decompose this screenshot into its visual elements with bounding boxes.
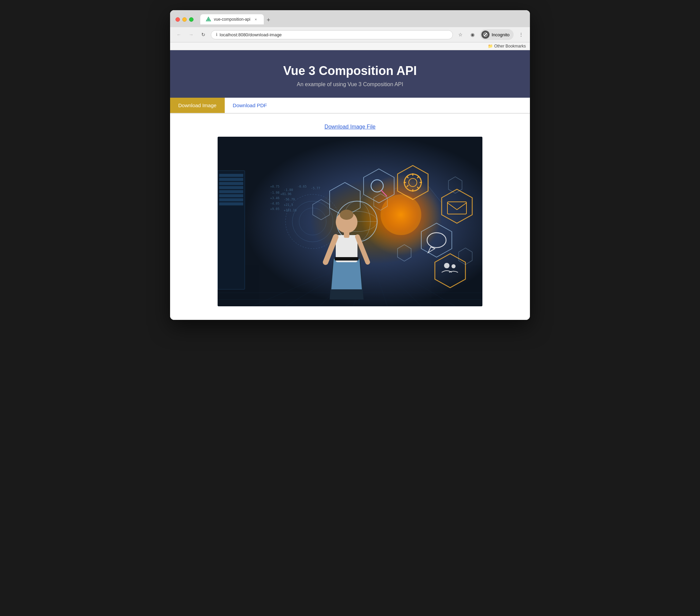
folder-icon: 📁 xyxy=(488,44,493,49)
browser-titlebar: vue-composition-api × + xyxy=(170,10,530,27)
back-button[interactable]: ← xyxy=(174,30,184,39)
address-bar[interactable]: ℹ localhost:8080/download-image xyxy=(211,30,453,39)
svg-text:+21.3: +21.3 xyxy=(284,203,293,207)
svg-text:+81.96: +81.96 xyxy=(280,192,292,196)
download-image-link[interactable]: Download Image File xyxy=(190,124,510,130)
svg-point-47 xyxy=(451,264,455,268)
tab-download-pdf[interactable]: Download PDF xyxy=(225,98,275,113)
incognito-label: Incognito xyxy=(491,32,510,37)
other-bookmarks[interactable]: 📁 Other Bookmarks xyxy=(488,44,526,49)
svg-rect-14 xyxy=(219,174,243,177)
svg-rect-17 xyxy=(219,186,243,189)
svg-rect-15 xyxy=(219,178,243,181)
svg-rect-16 xyxy=(219,182,243,185)
reload-button[interactable]: ↻ xyxy=(199,30,208,39)
svg-rect-20 xyxy=(219,198,243,201)
close-button[interactable] xyxy=(175,17,180,22)
svg-text:+9.05: +9.05 xyxy=(270,207,279,211)
svg-text:-1.98: -1.98 xyxy=(270,191,279,194)
tab-favicon xyxy=(206,17,211,22)
page-subtitle: An example of using Vue 3 Composition AP… xyxy=(177,81,523,88)
svg-text:+0.75: +0.75 xyxy=(270,185,279,188)
tab-title: vue-composition-api xyxy=(214,17,250,22)
bookmarks-label: Other Bookmarks xyxy=(494,44,526,49)
page-content: Vue 3 Composition API An example of usin… xyxy=(170,50,530,320)
svg-text:-5.77: -5.77 xyxy=(311,187,320,190)
minimize-button[interactable] xyxy=(182,17,187,22)
svg-rect-18 xyxy=(219,190,243,193)
svg-rect-79 xyxy=(335,257,359,260)
svg-point-46 xyxy=(444,263,449,268)
bookmark-button[interactable]: ☆ xyxy=(455,30,465,39)
tab-close-icon[interactable]: × xyxy=(253,17,258,22)
menu-button[interactable]: ⋮ xyxy=(516,30,526,39)
active-tab[interactable]: vue-composition-api × xyxy=(200,14,264,24)
browser-toolbar: ← → ↻ ℹ localhost:8080/download-image ☆ … xyxy=(170,27,530,42)
face-button[interactable]: ◉ xyxy=(468,30,477,39)
svg-rect-19 xyxy=(219,194,243,197)
security-icon: ℹ xyxy=(216,32,217,37)
page-title: Vue 3 Composition API xyxy=(177,64,523,78)
svg-text:-4.05: -4.05 xyxy=(270,202,279,205)
svg-text:-0.65: -0.65 xyxy=(297,185,307,188)
svg-text:+101.16: +101.16 xyxy=(284,209,297,212)
bookmarks-bar: 📁 Other Bookmarks xyxy=(170,42,530,50)
svg-text:+3.46: +3.46 xyxy=(270,196,279,200)
tech-image-container: +0.75 -1.80 -0.65 -5.77 -1.98 +81.96 +3.… xyxy=(217,137,483,306)
page-body: Download Image File xyxy=(170,114,530,320)
maximize-button[interactable] xyxy=(189,17,193,22)
incognito-button[interactable]: Incognito xyxy=(480,29,514,40)
incognito-icon xyxy=(482,30,489,39)
svg-point-78 xyxy=(343,210,350,216)
svg-text:-1.80: -1.80 xyxy=(284,188,293,192)
svg-point-23 xyxy=(380,194,421,235)
browser-chrome: vue-composition-api × + ← → ↻ ℹ localhos… xyxy=(170,10,530,50)
new-tab-button[interactable]: + xyxy=(264,16,273,24)
tab-download-image[interactable]: Download Image xyxy=(170,98,225,113)
tab-bar: vue-composition-api × + xyxy=(200,14,525,24)
svg-text:-56.79: -56.79 xyxy=(284,198,295,201)
tech-illustration: +0.75 -1.80 -0.65 -5.77 -1.98 +81.96 +3.… xyxy=(217,137,483,306)
traffic-lights xyxy=(175,17,193,22)
page-header: Vue 3 Composition API An example of usin… xyxy=(170,50,530,98)
forward-button[interactable]: → xyxy=(186,30,196,39)
browser-window: vue-composition-api × + ← → ↻ ℹ localhos… xyxy=(170,10,530,320)
nav-tabs: Download Image Download PDF xyxy=(170,98,530,114)
svg-rect-21 xyxy=(219,203,243,205)
url-text: localhost:8080/download-image xyxy=(220,32,282,37)
